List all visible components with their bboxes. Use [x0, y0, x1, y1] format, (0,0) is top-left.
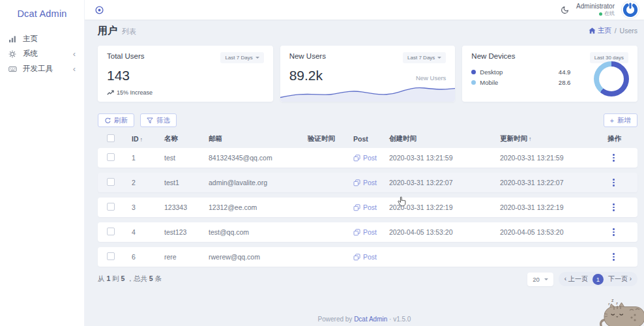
page-subtitle: 列表: [122, 27, 136, 37]
copy-icon: [353, 204, 360, 211]
breadcrumb-current: Users: [620, 27, 637, 35]
cell-email: 12312@ee.com: [209, 203, 308, 211]
new-devices-donut: [594, 61, 629, 96]
per-page-select[interactable]: 20: [527, 273, 553, 286]
plus-icon: +: [610, 117, 614, 125]
donut-legend: Desktop 44.9 Mobile 28.6: [471, 68, 570, 86]
col-verified: 验证时间: [308, 134, 353, 143]
cell-updated: 2020-03-31 13:22:19: [500, 203, 607, 211]
range-dropdown[interactable]: Last 7 Days: [403, 52, 446, 63]
dark-mode-moon-icon[interactable]: [561, 6, 569, 14]
copy-icon: [353, 229, 360, 236]
select-all-checkbox[interactable]: [107, 134, 115, 142]
chevron-left-icon: ‹: [73, 65, 76, 73]
post-link[interactable]: Post: [353, 154, 389, 162]
table-header: ID↑ 名称 邮箱 验证时间 Post 创建时间 更新时间↑ 操作: [98, 133, 637, 145]
cell-created: 2020-03-31 13:21:59: [389, 154, 500, 162]
post-link[interactable]: Post: [353, 179, 389, 186]
avatar[interactable]: [622, 1, 639, 18]
user-menu[interactable]: Administrator 在线: [576, 3, 615, 17]
copy-icon: [353, 155, 360, 162]
gear-icon: [8, 50, 18, 58]
online-dot-icon: [599, 12, 602, 16]
col-updated[interactable]: 更新时间↑: [500, 134, 607, 143]
version-label: v1.5.0: [393, 316, 411, 323]
col-created: 创建时间: [389, 134, 500, 143]
row-checkbox[interactable]: [107, 228, 115, 235]
cell-name: test123: [164, 228, 209, 236]
col-id[interactable]: ID↑: [132, 135, 164, 143]
user-status-label: 在线: [604, 10, 615, 17]
prev-page-button[interactable]: ‹ 上一页: [564, 274, 588, 284]
sidebar-item-label: 开发工具: [23, 64, 53, 74]
app-window: Dcat Admin 主页 系统 ‹ 开发工具 ‹: [0, 0, 644, 326]
trend-label: 15% Increase: [107, 89, 153, 96]
new-users-sparkline: [280, 78, 456, 102]
cell-email: 841324345@qq.com: [209, 154, 308, 162]
page-footer: Powered by Dcat Admin · v1.5.0: [85, 316, 644, 323]
svg-text:z: z: [608, 302, 610, 306]
post-link[interactable]: Post: [353, 203, 389, 211]
current-page-button[interactable]: 1: [593, 274, 604, 285]
legend-item-mobile: Mobile 28.6: [471, 79, 570, 86]
sidebar-item-home[interactable]: 主页: [0, 31, 84, 46]
chevron-down-icon: [256, 57, 259, 59]
table-row: 3 123343 12312@ee.com Post 2020-03-31 13…: [98, 198, 637, 217]
card-title: Total Users: [107, 52, 145, 60]
row-actions-menu-icon[interactable]: [613, 228, 628, 236]
sidebar-item-label: 系统: [23, 49, 38, 59]
legend-dot-icon: [471, 80, 476, 85]
row-actions-menu-icon[interactable]: [613, 179, 628, 186]
range-dropdown[interactable]: Last 7 Days: [220, 52, 263, 63]
sidebar-item-system[interactable]: 系统 ‹: [0, 46, 84, 61]
sidebar-item-label: 主页: [23, 34, 38, 44]
home-icon: [589, 27, 596, 34]
row-actions-menu-icon[interactable]: [613, 203, 628, 211]
post-link[interactable]: Post: [353, 253, 389, 261]
cell-email: rwerew@qq.com: [209, 253, 308, 261]
cell-updated: 2020-04-05 13:53:20: [500, 228, 607, 236]
chevron-down-icon: [437, 57, 441, 59]
refresh-icon: [104, 117, 111, 124]
legend-dot-icon: [471, 70, 476, 74]
breadcrumb-separator: /: [615, 27, 617, 35]
card-new-devices: New Devices Last 30 days Desktop 44.9: [462, 46, 637, 102]
row-actions-menu-icon[interactable]: [613, 154, 628, 162]
svg-text:z: z: [611, 298, 614, 303]
post-link[interactable]: Post: [353, 228, 389, 236]
filter-button[interactable]: 筛选: [140, 113, 177, 127]
user-status: 在线: [576, 10, 615, 17]
col-actions: 操作: [607, 134, 628, 143]
row-checkbox[interactable]: [107, 252, 115, 260]
card-title: New Devices: [471, 52, 515, 60]
row-checkbox[interactable]: [107, 153, 115, 161]
top-navbar: Administrator 在线: [85, 0, 644, 20]
app-logo[interactable]: Dcat Admin: [0, 4, 84, 23]
refresh-button[interactable]: 刷新: [98, 113, 134, 127]
col-email: 邮箱: [209, 134, 308, 143]
cell-updated: 2020-03-31 13:22:07: [500, 179, 607, 186]
cell-id: 2: [132, 179, 164, 186]
table-footer: 从 1 到 5 ，总共 5 条 20 ‹ 上一页 1 下一页 ›: [98, 272, 637, 286]
row-actions-menu-icon[interactable]: [613, 253, 628, 261]
page-title: 用户: [98, 25, 117, 37]
sidebar-toggle-icon[interactable]: [95, 6, 104, 14]
cell-created: 2020-03-31 13:22:07: [389, 179, 500, 186]
table-row: 4 test123 test@qq.com Post 2020-04-05 13…: [98, 222, 637, 242]
grid-toolbar: 刷新 筛选 + 新增: [98, 113, 637, 127]
breadcrumb-home-link[interactable]: 主页: [589, 26, 611, 35]
row-checkbox[interactable]: [107, 178, 115, 186]
sidebar-item-devtools[interactable]: 开发工具 ‹: [0, 61, 84, 76]
brand-link[interactable]: Dcat Admin: [354, 316, 387, 323]
metric-cards: Total Users Last 7 Days 143 15% Increase…: [98, 46, 637, 102]
row-checkbox[interactable]: [107, 203, 115, 211]
create-button[interactable]: + 新增: [604, 113, 637, 127]
sort-asc-icon: ↑: [529, 136, 532, 142]
next-page-button[interactable]: 下一页 ›: [608, 274, 632, 284]
navbar-right: Administrator 在线: [561, 1, 639, 18]
table-row: 2 test1 admin@lavalite.org Post 2020-03-…: [98, 173, 637, 192]
cell-id: 1: [132, 154, 164, 162]
card-title: New Users: [289, 52, 326, 60]
cell-created: 2020-03-31 13:22:19: [389, 203, 500, 211]
cell-id: 3: [132, 203, 164, 211]
